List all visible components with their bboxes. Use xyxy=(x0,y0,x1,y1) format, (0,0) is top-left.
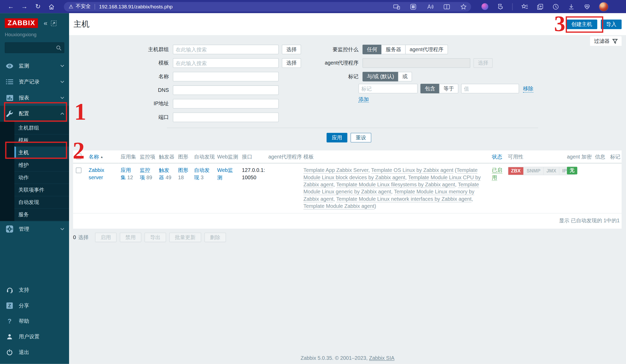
zbx-badge: ZBX xyxy=(508,167,523,175)
sidebar-item-monitoring[interactable]: 监测 xyxy=(0,58,69,74)
sidebar-item-event-correlation[interactable]: 关联项事件 xyxy=(14,183,69,196)
sidebar-item-discovery[interactable]: 自动发现 xyxy=(14,196,69,208)
search-icon[interactable] xyxy=(56,45,61,50)
sidebar-item-actions[interactable]: 动作 xyxy=(14,171,69,183)
dns-input[interactable] xyxy=(173,85,279,95)
browser-essentials-icon[interactable] xyxy=(583,3,590,10)
filter-tab[interactable]: 过滤器 xyxy=(590,36,622,46)
monitored-by-any[interactable]: 任何 xyxy=(363,45,382,54)
sidebar-search[interactable] xyxy=(5,42,64,53)
sidebar-item-user-settings[interactable]: 用户设置 xyxy=(0,329,69,344)
sidebar-item-administration[interactable]: 管理 xyxy=(0,221,69,237)
sidebar-item-share[interactable]: Z 分享 xyxy=(0,298,69,313)
template-link[interactable]: Template App Zabbix Server xyxy=(304,167,368,173)
sort-by-name[interactable]: 名称 xyxy=(89,154,99,160)
selected-count: 0 xyxy=(73,234,76,240)
import-button[interactable]: 导入 xyxy=(601,19,622,29)
address-bar[interactable]: ⚠ 不安全 192.168.138.91/zabbix/hosts.php xyxy=(64,2,471,11)
sidebar: ZABBIX « Houxiongxiong 监测 xyxy=(0,13,69,364)
chevron-down-icon xyxy=(60,97,64,99)
browser-toolbar: ← → ↻ ⚠ 不安全 192.168.138.91/zabbix/hosts.… xyxy=(0,0,626,13)
sidebar-item-configuration[interactable]: 配置 xyxy=(0,106,69,122)
sidebar-item-support[interactable]: 支持 xyxy=(0,282,69,298)
monitored-by-server[interactable]: 服务器 xyxy=(381,45,406,54)
sidebar-item-reports[interactable]: 报表 xyxy=(0,90,69,106)
apps-grid-icon[interactable] xyxy=(410,3,417,10)
name-input[interactable] xyxy=(173,72,279,81)
sidebar-item-templates[interactable]: 模板 xyxy=(14,134,69,146)
sidebar-item-hosts[interactable]: 主机 xyxy=(14,146,69,159)
collapse-sidebar-icon[interactable]: « xyxy=(44,20,47,27)
export-button[interactable]: 导出 xyxy=(144,233,166,242)
tags-label: 标记 xyxy=(301,72,362,81)
monitored-by-segmented: 任何 服务器 agent代理程序 xyxy=(363,45,448,54)
tag-operator-andor[interactable]: 与/或 (默认) xyxy=(363,72,399,81)
read-aloud-icon[interactable] xyxy=(426,3,434,10)
devices-icon[interactable] xyxy=(393,3,400,10)
ip-input[interactable] xyxy=(173,99,279,108)
history-icon[interactable] xyxy=(552,3,559,10)
expand-fullscreen-icon[interactable] xyxy=(51,20,57,26)
row-checkbox[interactable] xyxy=(76,168,81,173)
zabbix-sia-link[interactable]: Zabbix SIA xyxy=(369,355,395,361)
sidebar-item-help[interactable]: ? 帮助 xyxy=(0,313,69,329)
sidebar-item-inventory[interactable]: 资产记录 xyxy=(0,74,69,90)
template-input[interactable] xyxy=(173,58,279,68)
mass-update-button[interactable]: 批量更新 xyxy=(169,233,201,242)
security-warning-icon[interactable]: ⚠ xyxy=(69,4,74,10)
encryption-none-badge: 无 xyxy=(567,167,577,174)
tag-add-link[interactable]: 添加 xyxy=(358,96,369,102)
sidebar-item-maintenance[interactable]: 维护 xyxy=(14,159,69,171)
configuration-submenu: 主机群组 模板 主机 维护 动作 关联项事件 自动发现 服务 xyxy=(0,122,69,221)
host-name-link[interactable]: Zabbix server xyxy=(89,167,104,180)
chevron-down-icon xyxy=(60,81,64,83)
tag-value-input[interactable] xyxy=(461,84,519,93)
template-link[interactable]: Template OS Linux by Zabbix agent xyxy=(371,167,453,173)
tag-match-equals[interactable]: 等于 xyxy=(439,84,458,93)
zabbix-logo[interactable]: ZABBIX xyxy=(5,18,38,28)
enable-button[interactable]: 启用 xyxy=(95,233,117,242)
tag-match-contains[interactable]: 包含 xyxy=(420,84,440,93)
sidebar-item-host-groups[interactable]: 主机群组 xyxy=(14,122,69,134)
host-group-input[interactable] xyxy=(173,45,279,54)
tag-operator-or[interactable]: 或 xyxy=(398,72,412,81)
favorite-star-icon[interactable] xyxy=(460,3,467,10)
copilot-icon[interactable] xyxy=(482,3,488,10)
security-label[interactable]: 不安全 xyxy=(76,3,91,10)
favorites-bar-icon[interactable] xyxy=(521,3,528,10)
reset-button[interactable]: 重设 xyxy=(351,133,371,142)
template-link[interactable]: Template Module Zabbix agent xyxy=(304,203,374,209)
forward-icon[interactable]: → xyxy=(18,3,31,10)
sidebar-search-input[interactable] xyxy=(5,45,56,50)
select-all-checkbox[interactable] xyxy=(76,154,81,159)
host-group-select-button[interactable]: 选择 xyxy=(282,45,301,54)
sort-by-status[interactable]: 状态 xyxy=(492,154,502,160)
template-select-button[interactable]: 选择 xyxy=(282,58,301,68)
extensions-icon[interactable] xyxy=(497,3,504,10)
split-screen-icon[interactable] xyxy=(443,3,450,10)
template-link[interactable]: Template Module Linux network interfaces… xyxy=(336,196,471,202)
sidebar-item-logout[interactable]: 退出 xyxy=(0,344,69,360)
collections-icon[interactable] xyxy=(536,3,544,10)
graphs-link[interactable]: 图形 xyxy=(178,167,189,173)
tag-remove-link[interactable]: 移除 xyxy=(523,85,534,92)
monitored-by-proxy[interactable]: agent代理程序 xyxy=(405,45,448,54)
availability-cell: ZBXSNMPJMXIPMI xyxy=(506,163,565,213)
port-input[interactable] xyxy=(173,113,279,122)
tag-name-input[interactable] xyxy=(358,84,418,93)
sidebar-item-services[interactable]: 服务 xyxy=(14,208,69,221)
back-icon[interactable]: ← xyxy=(4,3,18,10)
disable-button[interactable]: 禁用 xyxy=(120,233,141,242)
url-text[interactable]: 192.168.138.91/zabbix/hosts.php xyxy=(99,4,390,9)
template-link[interactable]: Template Module Linux filesystems by Zab… xyxy=(336,182,455,188)
delete-button[interactable]: 删除 xyxy=(204,233,226,242)
downloads-icon[interactable] xyxy=(568,3,575,10)
status-enabled-link[interactable]: 已启用 xyxy=(492,167,502,181)
profile-avatar[interactable] xyxy=(599,2,608,11)
web-link[interactable]: Web监测 xyxy=(217,167,233,180)
apply-button[interactable]: 应用 xyxy=(327,133,347,142)
refresh-icon[interactable]: ↻ xyxy=(31,3,45,10)
bar-chart-icon xyxy=(6,95,13,101)
home-icon[interactable] xyxy=(45,3,58,10)
create-host-button[interactable]: 创建主机 xyxy=(566,19,597,29)
